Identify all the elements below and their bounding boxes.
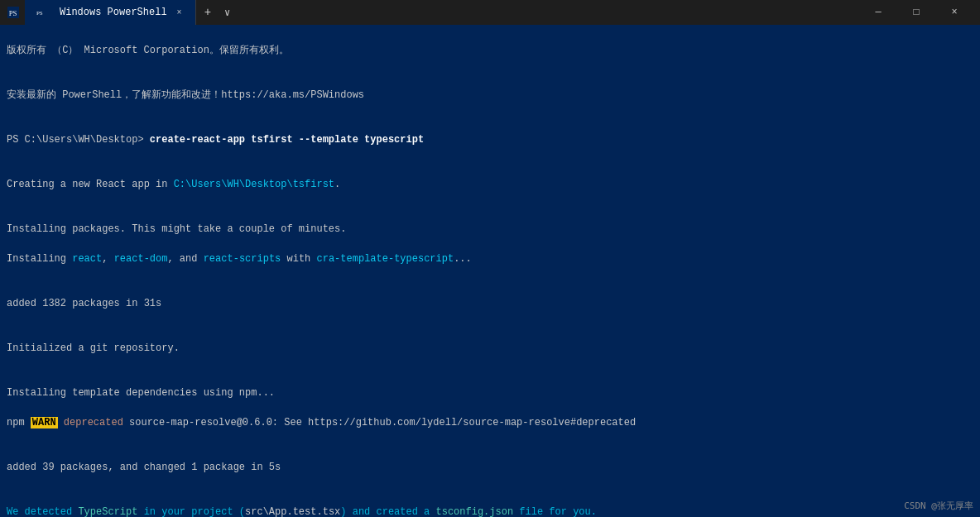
- line-21: We detected TypeScript in your project (…: [7, 505, 973, 517]
- line-19: added 39 packages, and changed 1 package…: [7, 460, 973, 475]
- window-controls: ─ □ ×: [859, 0, 973, 25]
- line-1: 版权所有 （C） Microsoft Corporation。保留所有权利。: [7, 43, 973, 58]
- tab-area: PS Windows PowerShell × + ∨: [25, 0, 859, 25]
- line-9: Installing packages. This might take a c…: [7, 222, 973, 237]
- watermark: CSDN @张无厚率: [904, 500, 973, 512]
- tab-close-button[interactable]: ×: [174, 7, 185, 18]
- tab-label: Windows PowerShell: [60, 7, 167, 18]
- tab-dropdown-button[interactable]: ∨: [219, 7, 235, 19]
- line-3: 安装最新的 PowerShell，了解新功能和改进！https://aka.ms…: [7, 88, 973, 103]
- close-button[interactable]: ×: [935, 0, 973, 25]
- line-16: Installing template dependencies using n…: [7, 385, 973, 400]
- terminal-output: 版权所有 （C） Microsoft Corporation。保留所有权利。 安…: [0, 25, 980, 517]
- tab-icon: PS: [35, 6, 48, 19]
- svg-text:PS: PS: [9, 9, 17, 17]
- line-7: Creating a new React app in C:\Users\WH\…: [7, 177, 973, 192]
- app-icon: PS: [7, 6, 20, 19]
- maximize-button[interactable]: □: [897, 0, 935, 25]
- svg-text:PS: PS: [36, 10, 43, 17]
- new-tab-button[interactable]: +: [196, 6, 219, 19]
- line-14: Initialized a git repository.: [7, 341, 973, 356]
- minimize-button[interactable]: ─: [859, 0, 897, 25]
- line-12: added 1382 packages in 31s: [7, 296, 973, 311]
- tab-powershell[interactable]: PS Windows PowerShell ×: [25, 0, 196, 25]
- titlebar: PS PS Windows PowerShell × + ∨ ─ □ ×: [0, 0, 980, 25]
- line-17: npm WARN deprecated source-map-resolve@0…: [7, 415, 973, 430]
- line-5: PS C:\Users\WH\Desktop> create-react-app…: [7, 132, 973, 147]
- line-10: Installing react, react-dom, and react-s…: [7, 251, 973, 266]
